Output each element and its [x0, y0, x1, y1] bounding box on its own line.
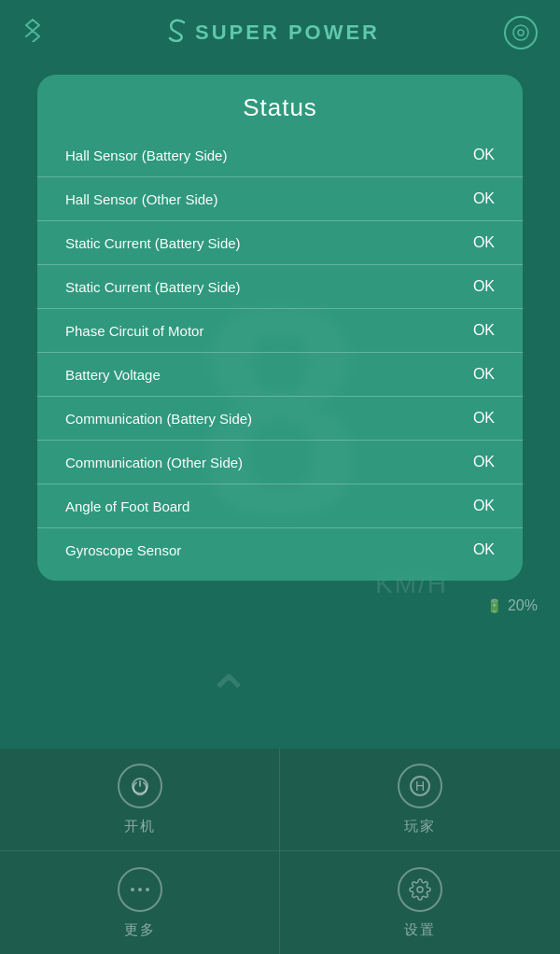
status-label: Gyroscope Sensor — [65, 542, 181, 558]
status-label: Hall Sensor (Battery Side) — [65, 147, 227, 163]
settings-button[interactable] — [504, 16, 538, 49]
nav-item-more[interactable]: 更多 — [0, 851, 280, 954]
watermark-arrow: ⌃ — [205, 663, 252, 728]
status-row: Hall Sensor (Other Side) OK — [37, 177, 523, 221]
svg-point-0 — [513, 25, 528, 40]
card-title: Status — [37, 93, 523, 122]
status-label: Communication (Other Side) — [65, 455, 243, 470]
status-value: OK — [467, 234, 495, 251]
status-rows-container: Hall Sensor (Battery Side) OK Hall Senso… — [37, 133, 523, 571]
nav-label-power: 开机 — [124, 818, 156, 835]
status-label: Static Current (Battery Side) — [65, 235, 241, 251]
svg-point-7 — [146, 888, 149, 891]
status-row: Phase Circuit of Motor OK — [37, 309, 523, 353]
logo-text: SUPER POWER — [195, 21, 380, 45]
footer-nav: 开机 H 玩家 更多 设置 — [0, 749, 560, 954]
status-value: OK — [467, 454, 495, 470]
status-label: Battery Voltage — [65, 367, 161, 383]
nav-icon-more — [118, 867, 162, 912]
status-row: Hall Sensor (Battery Side) OK — [37, 133, 523, 177]
status-value: OK — [467, 278, 495, 295]
bottom-info: 🔋 20% — [0, 590, 560, 622]
status-value: OK — [467, 322, 495, 339]
svg-point-1 — [518, 30, 524, 35]
nav-item-settings[interactable]: 设置 — [280, 851, 560, 954]
status-card: Status Hall Sensor (Battery Side) OK Hal… — [37, 75, 523, 581]
battery-icon: 🔋 — [486, 598, 502, 613]
status-value: OK — [467, 366, 495, 383]
nav-icon-h: H — [398, 764, 442, 808]
status-label: Angle of Foot Board — [65, 498, 189, 514]
status-label: Hall Sensor (Other Side) — [65, 191, 217, 207]
status-value: OK — [467, 147, 495, 163]
battery-percent: 20% — [508, 597, 538, 614]
status-label: Phase Circuit of Motor — [65, 323, 203, 339]
nav-icon-settings — [398, 867, 442, 912]
status-row: Static Current (Battery Side) OK — [37, 221, 523, 265]
bluetooth-icon[interactable] — [22, 18, 43, 48]
nav-icon-power — [118, 764, 162, 808]
status-value: OK — [467, 541, 495, 558]
logo-s-icon — [167, 18, 188, 49]
status-label: Static Current (Battery Side) — [65, 279, 241, 295]
svg-point-5 — [131, 888, 134, 891]
status-value: OK — [467, 190, 495, 207]
svg-text:H: H — [415, 779, 425, 793]
status-row: Communication (Battery Side) OK — [37, 397, 523, 441]
nav-label-h: 玩家 — [404, 818, 436, 835]
status-value: OK — [467, 410, 495, 427]
svg-point-6 — [138, 888, 142, 891]
header: SUPER POWER — [0, 0, 560, 65]
status-row: Gyroscope Sensor OK — [37, 528, 523, 571]
nav-label-settings: 设置 — [404, 921, 436, 939]
app-logo: SUPER POWER — [167, 18, 380, 49]
status-label: Communication (Battery Side) — [65, 411, 252, 427]
status-row: Angle of Foot Board OK — [37, 484, 523, 528]
status-row: Battery Voltage OK — [37, 353, 523, 397]
nav-item-h[interactable]: H 玩家 — [280, 749, 560, 851]
status-value: OK — [467, 498, 495, 514]
status-row: Static Current (Battery Side) OK — [37, 265, 523, 309]
status-row: Communication (Other Side) OK — [37, 441, 523, 484]
nav-label-more: 更多 — [124, 921, 156, 939]
nav-item-power[interactable]: 开机 — [0, 749, 280, 851]
